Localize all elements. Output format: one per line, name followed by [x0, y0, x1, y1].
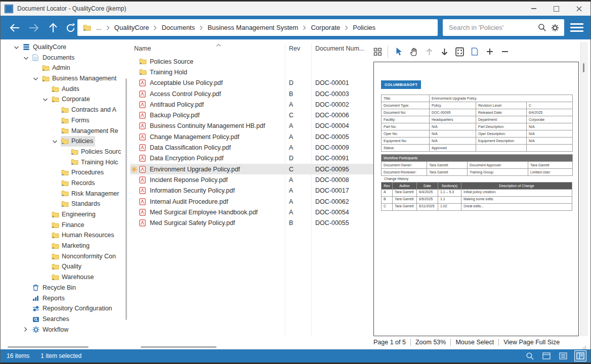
preview-status-view-page-full-size[interactable]: View Page Full Size — [498, 339, 564, 346]
tree-item-body[interactable]: Quality — [51, 261, 83, 272]
tree-item-body[interactable]: Contracts and A — [61, 105, 118, 115]
tree-item-management-re[interactable]: Management Re — [5, 126, 126, 136]
file-row-med-surgical-employee-handbook-pdf[interactable]: Med Surgical Employee Handbook.pdfADOC-0… — [130, 207, 373, 217]
tree-item-corporate[interactable]: Corporate — [5, 94, 126, 105]
breadcrumb-segment[interactable]: Policies — [353, 24, 375, 31]
tree-item-procedures[interactable]: Procedures — [5, 167, 126, 178]
file-row-incident-reponse-policy-pdf[interactable]: Incident Reponse Policy.pdfADOC-00008 — [130, 174, 373, 185]
tree-item-finance[interactable]: Finance — [5, 220, 126, 231]
thumbnails-grid-button[interactable] — [373, 44, 387, 59]
preview-scrollbar-track[interactable] — [580, 42, 588, 336]
tree-item-repository-configuration[interactable]: Repository Configuration — [5, 303, 126, 314]
file-row-environment-upgrade-policy-pdf[interactable]: Environment Upgrade Policy.pdfCDOC-00095 — [130, 164, 373, 174]
preview-view-button[interactable] — [574, 350, 586, 361]
tree-item-business-management[interactable]: Business Management — [5, 73, 126, 84]
tree-item-body[interactable]: Forms — [61, 115, 91, 126]
zoom-out-button[interactable] — [497, 44, 513, 59]
tree-item-body[interactable]: Human Resources — [51, 230, 116, 241]
file-row-internal-audit-procedure-pdf[interactable]: Internal Audit Procedure.pdfADOC-00062 — [130, 196, 373, 207]
tree-item-body[interactable]: Warehouse — [51, 272, 96, 283]
file-row-business-continuity-management-hb-pdf[interactable]: Business Continuity Management HB.pdfADO… — [130, 121, 373, 131]
back-button[interactable] — [8, 22, 22, 33]
tree-item-searches[interactable]: Searches — [5, 314, 126, 325]
column-header-document-number[interactable]: Document Num... — [315, 45, 364, 52]
tree-item-body[interactable]: Records — [61, 178, 97, 189]
tree-item-body[interactable]: Training Holc — [70, 157, 120, 168]
page-up-button[interactable] — [421, 44, 437, 59]
menu-button[interactable] — [570, 23, 583, 34]
tree-item-quality[interactable]: Quality — [5, 261, 126, 272]
file-row-acceptable-use-policy-pdf[interactable]: Acceptable Use Policy.pdfDDOC-00001 — [130, 78, 373, 88]
tree-item-risk-managemer[interactable]: Risk Managemer — [5, 189, 126, 199]
tree-item-body[interactable]: Workflow — [32, 325, 70, 335]
tree-item-body[interactable]: Marketing — [51, 241, 92, 251]
preview-scrollbar-thumb[interactable] — [583, 63, 584, 72]
tree-item-records[interactable]: Records — [5, 178, 126, 189]
file-row-training-hold[interactable]: Training Hold — [130, 67, 373, 77]
tree-item-training-holc[interactable]: Training Holc — [5, 157, 126, 168]
chevron-right-icon[interactable] — [23, 327, 32, 332]
breadcrumb-segment[interactable]: Corporate — [311, 24, 340, 31]
tree-item-body[interactable]: Corporate — [51, 94, 92, 105]
list-view-button[interactable] — [558, 351, 569, 361]
chevron-down-icon[interactable] — [43, 97, 51, 102]
tree-item-body[interactable]: QualityCore — [22, 42, 68, 53]
chevron-down-icon[interactable] — [14, 45, 22, 50]
tree-item-body[interactable]: Policies Sourc — [70, 147, 123, 157]
file-row-antifraud-policy-pdf[interactable]: Antifraud Policy.pdfADOC-00002 — [130, 99, 373, 110]
breadcrumb-ellipsis[interactable]: ... — [96, 24, 102, 31]
tree-item-body[interactable]: Risk Managemer — [61, 189, 121, 199]
tree-item-admin[interactable]: Admin — [5, 63, 126, 73]
tree-item-body[interactable]: Searches — [32, 314, 71, 325]
tree-item-body[interactable]: Repository Configuration — [32, 303, 114, 314]
file-row-data-classification-policy-pdf[interactable]: Data Classification Policy.pdfADOC-00009 — [130, 142, 373, 153]
file-row-med-surgical-safety-policy-pdf[interactable]: Med Surgical Safety Policy.pdfBDOC-00055 — [130, 217, 373, 228]
chevron-down-icon[interactable] — [52, 139, 61, 144]
search-input[interactable] — [444, 23, 533, 32]
list-horizontal-scrollbar[interactable] — [141, 346, 217, 348]
forward-button[interactable] — [27, 22, 41, 33]
tree-item-standards[interactable]: Standards — [5, 199, 126, 209]
tree-item-body[interactable]: Standards — [61, 199, 102, 209]
fit-page-button[interactable] — [452, 44, 467, 59]
tree-item-body[interactable]: Engineering — [51, 209, 98, 220]
file-row-access-control-policy-pdf[interactable]: Access Control Policy.pdfBDOC-00003 — [130, 88, 373, 99]
thumbnail-view-button[interactable] — [541, 351, 552, 361]
tree-horizontal-scrollbar[interactable] — [8, 346, 89, 348]
tree-item-body[interactable]: Documents — [32, 53, 76, 63]
minimize-button[interactable] — [522, 2, 545, 16]
tree-item-policies[interactable]: Policies — [5, 136, 126, 147]
chevron-down-icon[interactable] — [33, 76, 41, 81]
tree-item-body[interactable]: Recycle Bin — [32, 283, 78, 293]
tree-vertical-scrollbar[interactable] — [125, 78, 127, 320]
column-header-name[interactable]: Name — [134, 45, 151, 52]
tree-item-marketing[interactable]: Marketing — [5, 241, 126, 251]
file-row-policies-source[interactable]: Policies Source — [130, 56, 373, 67]
file-row-change-management-policy-pdf[interactable]: Change Management Policy.pdfADOC-00005 — [130, 131, 373, 142]
breadcrumb-segment[interactable]: QualityCore — [114, 24, 149, 31]
file-row-backup-policy-pdf[interactable]: Backup Policy.pdfCDOC-00006 — [130, 110, 373, 120]
tree-item-body[interactable]: Business Management — [41, 73, 118, 84]
search-settings-gear-icon[interactable] — [551, 24, 559, 32]
pan-hand-button[interactable] — [406, 44, 421, 59]
tree-item-body[interactable]: Management Re — [61, 126, 120, 136]
tree-item-warehouse[interactable]: Warehouse — [5, 272, 126, 283]
tree-item-contracts-and-a[interactable]: Contracts and A — [5, 105, 126, 115]
tree-item-nonconformity-con[interactable]: Nonconformity Con — [5, 251, 126, 262]
column-header-rev[interactable]: Rev — [289, 45, 300, 52]
breadcrumb-segment[interactable]: Business Management System — [207, 24, 298, 31]
tree-item-body[interactable]: Procedures — [61, 167, 106, 178]
tree-item-policies-sourc[interactable]: Policies Sourc — [5, 147, 126, 157]
tree-item-forms[interactable]: Forms — [5, 115, 126, 126]
preview-status-mouse-select[interactable]: Mouse Select — [450, 339, 498, 346]
breadcrumb-segment[interactable]: Documents — [161, 24, 195, 31]
tree-item-qualitycore[interactable]: QualityCore — [5, 42, 126, 53]
tree-item-body[interactable]: Nonconformity Con — [51, 251, 118, 262]
tree-item-body[interactable]: Finance — [51, 220, 86, 231]
tree-item-audits[interactable]: Audits — [5, 84, 126, 95]
zoom-in-button[interactable] — [482, 44, 497, 59]
tree-item-body[interactable]: Reports — [32, 293, 67, 304]
full-page-button[interactable] — [467, 44, 482, 59]
file-row-data-encryption-policy-pdf[interactable]: Data Encryption Policy.pdfDDOC-00091 — [130, 153, 373, 164]
select-cursor-button[interactable] — [391, 44, 406, 59]
